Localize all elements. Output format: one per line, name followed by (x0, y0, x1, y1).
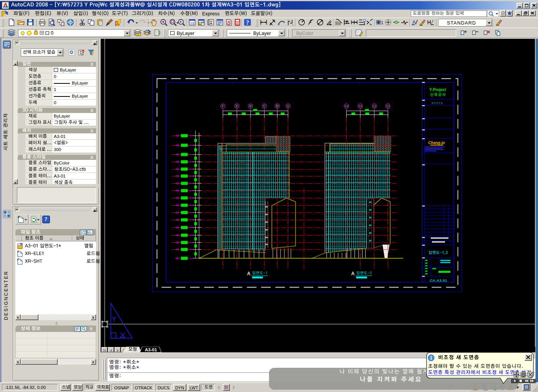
svg-text:Y2: Y2 (373, 105, 376, 108)
svg-text:1: 1 (381, 21, 384, 25)
svg-text:CA.A3.01: CA.A3.01 (430, 278, 447, 282)
svg-text:Y-Project: Y-Project (429, 88, 446, 92)
svg-text:A: A (351, 271, 355, 276)
svg-text:?: ? (246, 19, 249, 26)
svg-text:Y: Y (287, 18, 289, 21)
svg-text:D: D (249, 104, 252, 108)
svg-text:E: E (236, 104, 238, 108)
svg-text:B: B (276, 104, 279, 108)
svg-text:A: A (247, 271, 251, 276)
svg-text:57273: 57273 (432, 101, 443, 105)
svg-text:Y1: Y1 (386, 105, 390, 108)
svg-text:A: A (412, 20, 416, 25)
svg-text:F: F (222, 104, 224, 108)
svg-text:C: C (263, 104, 266, 108)
svg-text:A: A (287, 104, 289, 108)
svg-text:Chang-jo: Chang-jo (428, 141, 445, 145)
svg-text:X: X (292, 23, 294, 26)
svg-text:Y4: Y4 (345, 105, 348, 108)
svg-text:Y3: Y3 (359, 105, 362, 108)
